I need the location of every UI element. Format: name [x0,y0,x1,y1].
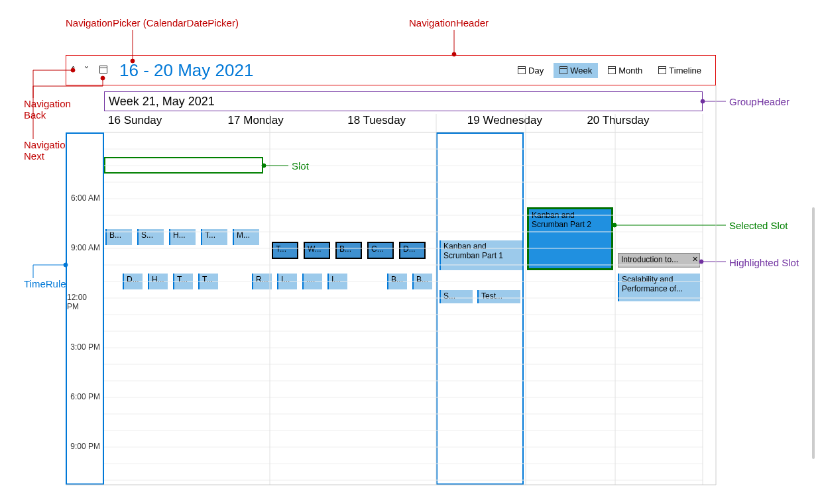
time-label: 12:00 PM [67,293,100,311]
anno-nav-back: Navigation Back [24,98,71,121]
navigation-header: ˄ ˅ 16 - 20 May 2021 Day Week Month Time… [66,55,716,85]
appointment[interactable]: B... [412,274,432,289]
appointment-kanban1[interactable]: Kanban and Scrumban Part 1 [439,240,522,270]
day-header[interactable]: 20 Thursday [583,114,703,132]
scrollbar-thumb[interactable] [812,207,815,459]
appointment[interactable]: .... [302,274,322,289]
appointment[interactable]: I... [277,274,297,289]
view-label: Week [570,66,592,76]
calendar-picker-icon[interactable] [99,65,107,76]
appointment[interactable]: S... [137,229,164,245]
anno-group-header: GroupHeader [729,96,790,107]
appointment[interactable]: B... [335,242,362,259]
view-timeline-button[interactable]: Timeline [652,63,707,78]
appointment[interactable]: B... [387,274,407,289]
anno-nav-next: Navigation Next [24,139,71,162]
appointment[interactable]: Test... [477,290,520,303]
time-label: 6:00 AM [71,193,100,203]
appointment[interactable]: T... [173,274,193,289]
day-header[interactable]: 18 Tuesday [343,114,463,132]
anno-selected-slot: Selected Slot [729,220,788,231]
header-date-title: 16 - 20 May 2021 [119,60,253,81]
anno-time-ruler: TimeRuler [24,278,70,289]
calendar-icon [608,66,616,74]
appointment[interactable]: W... [304,242,330,259]
anno-nav-picker: NavigationPicker (CalendarDatePicker) [66,17,239,28]
nav-next-button[interactable]: ˅ [80,65,93,76]
view-week-button[interactable]: Week [554,63,598,78]
appointment[interactable]: R... [252,274,272,289]
appointment[interactable]: H... [169,229,196,245]
appointment[interactable]: M... [233,229,259,245]
view-label: Month [618,66,642,76]
view-label: Day [528,66,544,76]
day-header[interactable]: 16 Sunday [104,114,224,132]
day-header[interactable]: 19 Wednesday [463,114,583,132]
time-label: 6:00 PM [70,392,100,401]
appointment[interactable]: C... [367,242,394,259]
time-label: 9:00 AM [71,243,100,252]
appointment[interactable]: H... [148,274,168,289]
appointment[interactable]: S... [439,290,473,303]
appointment[interactable]: Scalability and Performance of... [618,274,700,301]
calendar-icon [658,66,666,74]
day-headers: 16 Sunday 17 Monday 18 Tuesday 19 Wednes… [104,114,703,132]
appointment[interactable]: B... [105,229,132,245]
appointment[interactable]: T... [198,274,218,289]
group-header: Week 21, May 2021 [104,91,703,111]
calendar-icon [518,66,526,74]
anno-highlighted-slot: Highlighted Slot [729,257,799,268]
anno-nav-header: NavigationHeader [409,17,489,28]
view-month-button[interactable]: Month [602,63,648,78]
time-label: 3:00 PM [70,342,100,352]
nav-back-button[interactable]: ˄ [66,65,80,76]
appointment-highlighted[interactable]: Introduction to... ✕ [618,253,700,268]
view-day-button[interactable]: Day [512,63,550,78]
view-label: Timeline [669,66,701,76]
calendar-grid[interactable] [104,132,703,485]
day-header[interactable]: 17 Monday [224,114,344,132]
group-header-text: Week 21, May 2021 [109,95,215,109]
appointment[interactable]: T... [272,242,298,259]
appointment-selected[interactable]: Kanban and Scrumban Part 2 [527,207,613,270]
view-buttons: Day Week Month Timeline [512,63,715,78]
close-icon[interactable]: ✕ [692,255,698,264]
appointment-label: Introduction to... [621,255,678,264]
appointment[interactable]: T... [201,229,227,245]
appointment[interactable]: I... [327,274,347,289]
appointment[interactable]: D... [123,274,143,289]
today-column-outline [436,132,524,485]
calendar-icon [559,66,567,74]
appointment[interactable]: D... [399,242,426,259]
time-label: 9:00 PM [70,442,100,451]
time-ruler: 6:00 AM 9:00 AM 12:00 PM 3:00 PM 6:00 PM… [66,132,104,485]
